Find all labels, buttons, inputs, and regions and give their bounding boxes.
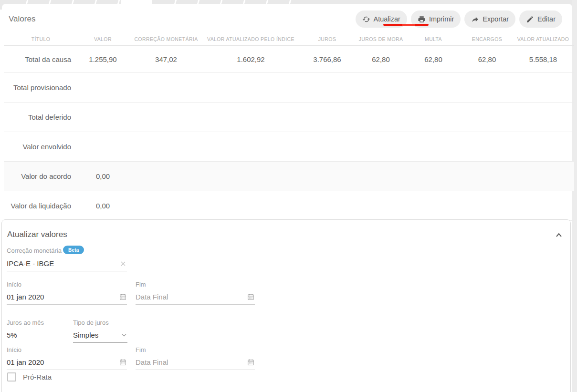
column-header: VALOR ATUALIZADO PELO ÍNDICE [204, 36, 297, 42]
column-header: JUROS [297, 36, 357, 42]
red-annotation-underline [383, 24, 429, 26]
inicio-label: Início [7, 346, 127, 356]
prorata-option: Pró-Rata [7, 372, 52, 382]
calendar-icon[interactable] [247, 358, 255, 366]
page: Valores Atualizar Imprimir Exportar Edit… [0, 0, 577, 392]
fim-juros-field[interactable]: Fim [136, 346, 255, 370]
correcao-monetaria-label: Correção monetária [7, 247, 62, 254]
correcao-monetaria-input[interactable] [7, 259, 119, 268]
prorata-label: Pró-Rata [23, 373, 52, 381]
row-title: Valor envolvido [4, 143, 78, 151]
cell-value: 0,00 [78, 172, 128, 180]
cell-value: 1.255,90 [78, 55, 128, 63]
panel-title: Atualizar valores [7, 230, 67, 239]
fim-correcao-input[interactable] [136, 293, 247, 301]
cell-value: 62,80 [357, 55, 405, 63]
column-header: VALOR ATUALIZADO [512, 36, 574, 42]
export-icon [471, 15, 479, 23]
cell-value: 1.602,92 [204, 55, 297, 63]
row-title: Total da causa [4, 55, 78, 63]
chevron-down-icon[interactable] [121, 332, 127, 339]
table-row: Total da causa1.255,90347,021.602,923.76… [4, 46, 574, 73]
fim-label: Fim [136, 346, 255, 356]
clear-icon[interactable] [119, 260, 127, 268]
juros-ao-mes-label: Juros ao mês [7, 319, 62, 329]
column-header: CORREÇÃO MONETÁRIA [128, 36, 204, 42]
table-row: Total deferido [4, 103, 574, 132]
row-title: Total deferido [4, 113, 78, 121]
table-header-row: TÍTULOVALORCORREÇÃO MONETÁRIAVALOR ATUAL… [4, 32, 574, 46]
refresh-icon [362, 15, 370, 23]
table-row: Total provisionado [4, 73, 574, 103]
collapse-panel-button[interactable] [554, 230, 564, 240]
cell-value: 0,00 [78, 202, 128, 210]
table-row: Valor do acordo0,00 [4, 162, 574, 191]
column-header: ENCARGOS [462, 36, 512, 42]
fim-correcao-field[interactable]: Fim [136, 281, 255, 305]
row-title: Valor da liquidação [4, 202, 78, 210]
row-title: Valor do acordo [4, 172, 78, 180]
calendar-icon[interactable] [247, 293, 255, 301]
cell-value: 62,80 [462, 55, 512, 63]
inicio-label: Início [7, 281, 127, 291]
juros-ao-mes-field[interactable]: Juros ao mês [7, 319, 62, 342]
beta-badge: Beta [63, 246, 84, 254]
column-header: VALOR [78, 36, 128, 42]
inicio-juros-field[interactable]: Início [7, 346, 127, 370]
atualizar-button-label: Atualizar [374, 15, 400, 23]
atualizar-valores-panel: Atualizar valores Correção monetária Bet… [1, 219, 571, 392]
tipo-de-juros-label: Tipo de juros [73, 319, 127, 329]
editar-button[interactable]: Editar [519, 10, 562, 28]
cell-value: 3.766,86 [297, 55, 357, 63]
inicio-correcao-field[interactable]: Início [7, 281, 127, 305]
tipo-de-juros-value: Simples [73, 331, 98, 339]
imprimir-button-label: Imprimir [429, 15, 454, 23]
exportar-button[interactable]: Exportar [464, 10, 515, 28]
column-header: MULTA [405, 36, 462, 42]
inicio-correcao-input[interactable] [7, 293, 119, 301]
calendar-icon[interactable] [119, 293, 127, 301]
correcao-monetaria-field[interactable] [7, 258, 127, 271]
table-row: Valor da liquidação0,00 [4, 191, 574, 221]
prorata-checkbox[interactable] [7, 372, 16, 382]
fim-label: Fim [136, 281, 255, 291]
inicio-juros-input[interactable] [7, 358, 119, 366]
fim-juros-input[interactable] [136, 358, 247, 366]
row-title: Total provisionado [4, 83, 78, 92]
tipo-de-juros-select[interactable]: Tipo de juros Simples [73, 319, 127, 343]
column-header: TÍTULO [4, 36, 78, 42]
column-header: JUROS DE MORA [357, 36, 405, 42]
calendar-icon[interactable] [119, 358, 127, 366]
chevron-up-icon [554, 230, 564, 240]
juros-ao-mes-input[interactable] [7, 331, 62, 339]
cell-value: 5.558,18 [512, 55, 574, 63]
page-title: Valores [9, 14, 35, 24]
editar-button-label: Editar [537, 15, 556, 23]
edit-icon [526, 15, 534, 23]
cell-value: 347,02 [128, 55, 204, 63]
cell-value: 62,80 [405, 55, 462, 63]
exportar-button-label: Exportar [483, 15, 509, 23]
values-table: TÍTULOVALORCORREÇÃO MONETÁRIAVALOR ATUAL… [4, 32, 574, 221]
table-row: Valor envolvido [4, 132, 574, 162]
table-body: Total da causa1.255,90347,021.602,923.76… [4, 46, 574, 221]
printer-icon [418, 15, 426, 23]
